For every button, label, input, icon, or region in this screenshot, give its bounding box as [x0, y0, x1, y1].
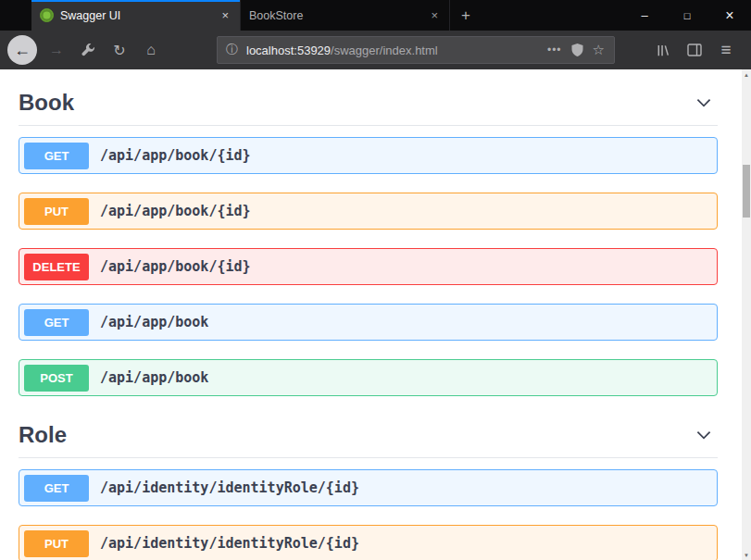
vertical-scrollbar[interactable]: ▲ ▼: [742, 69, 751, 560]
scroll-down-arrow-icon[interactable]: ▼: [742, 550, 751, 560]
endpoint-path: /api/app/book: [100, 369, 208, 386]
refresh-button[interactable]: ↻: [106, 36, 133, 64]
endpoint-path: /api/app/book/{id}: [100, 147, 251, 164]
swagger-favicon-icon: [40, 8, 54, 22]
page-actions-icon[interactable]: •••: [547, 44, 562, 56]
library-icon[interactable]: [649, 36, 677, 64]
url-domain: localhost:53929: [246, 44, 331, 57]
method-badge: DELETE: [24, 254, 89, 280]
endpoint-path: /api/app/book/{id}: [100, 258, 251, 275]
scrollbar-thumb[interactable]: [743, 165, 750, 218]
scroll-up-arrow-icon[interactable]: ▲: [742, 69, 751, 80]
back-button[interactable]: ←: [7, 35, 37, 65]
tab-bookstore[interactable]: BookStore ×: [241, 0, 450, 31]
endpoint-path: /api/app/book/{id}: [100, 203, 251, 219]
tab-close-icon[interactable]: ×: [428, 8, 441, 22]
method-badge: GET: [24, 309, 89, 336]
tab-title: Swagger UI: [60, 9, 212, 22]
endpoint-row[interactable]: DELETE /api/app/book/{id}: [19, 248, 718, 285]
method-badge: GET: [24, 475, 89, 502]
section-header[interactable]: Role: [19, 415, 718, 458]
endpoint-row[interactable]: PUT /api/identity/identityRole/{id}: [19, 525, 718, 560]
method-badge: GET: [24, 143, 89, 169]
section-header[interactable]: Book: [19, 82, 718, 126]
tab-title: BookStore: [249, 9, 421, 22]
tools-wrench-icon[interactable]: [74, 36, 102, 64]
section-title: Role: [19, 422, 67, 448]
method-badge: PUT: [24, 530, 89, 557]
maximize-button[interactable]: □: [666, 0, 708, 31]
endpoint-path: /api/identity/identityRole/{id}: [100, 535, 359, 552]
endpoint-path: /api/identity/identityRole/{id}: [100, 479, 359, 496]
section-title: Book: [19, 90, 74, 116]
tab-swagger-ui[interactable]: Swagger UI ×: [31, 0, 241, 31]
endpoint-list: GET /api/identity/identityRole/{id} PUT …: [19, 469, 718, 560]
tabbar-spacer: [0, 0, 31, 31]
swagger-page: Book GET /api/app/book/{id} PUT /api/app…: [0, 69, 751, 560]
hamburger-menu-icon[interactable]: ≡: [712, 36, 740, 64]
url-path: /swagger/index.html: [331, 44, 438, 57]
endpoint-row[interactable]: PUT /api/app/book/{id}: [19, 193, 718, 230]
site-info-icon[interactable]: ⓘ: [226, 42, 238, 58]
api-section: Role GET /api/identity/identityRole/{id}…: [19, 415, 718, 560]
endpoint-row[interactable]: GET /api/app/book: [19, 304, 718, 341]
url-bar[interactable]: ⓘ localhost:53929/swagger/index.html •••…: [217, 36, 615, 64]
chevron-down-icon: [694, 93, 714, 113]
endpoint-list: GET /api/app/book/{id} PUT /api/app/book…: [19, 137, 718, 396]
endpoint-row[interactable]: GET /api/app/book/{id}: [19, 137, 718, 174]
api-section: Book GET /api/app/book/{id} PUT /api/app…: [19, 82, 718, 396]
browser-navbar: ← → ↻ ⌂ ⓘ localhost:53929/swagger/index.…: [0, 31, 751, 69]
window-controls: – □ ×: [623, 0, 751, 31]
browser-titlebar: Swagger UI × BookStore × + – □ ×: [0, 0, 751, 31]
endpoint-path: /api/app/book: [100, 314, 208, 330]
forward-button[interactable]: →: [43, 36, 70, 64]
tab-close-icon[interactable]: ×: [219, 8, 232, 22]
endpoint-row[interactable]: POST /api/app/book: [19, 359, 718, 396]
minimize-button[interactable]: –: [623, 0, 666, 31]
chevron-down-icon: [694, 425, 714, 445]
sidebar-toggle-icon[interactable]: [681, 36, 708, 64]
home-button[interactable]: ⌂: [137, 36, 165, 64]
endpoint-row[interactable]: GET /api/identity/identityRole/{id}: [19, 469, 718, 506]
close-button[interactable]: ×: [708, 0, 751, 31]
api-sections: Book GET /api/app/book/{id} PUT /api/app…: [19, 82, 718, 560]
new-tab-button[interactable]: +: [450, 0, 482, 31]
tracking-shield-icon[interactable]: [571, 44, 583, 56]
bookmark-star-icon[interactable]: ☆: [593, 42, 606, 58]
method-badge: POST: [24, 365, 89, 392]
titlebar-drag-area: [482, 0, 623, 31]
method-badge: PUT: [24, 198, 89, 225]
